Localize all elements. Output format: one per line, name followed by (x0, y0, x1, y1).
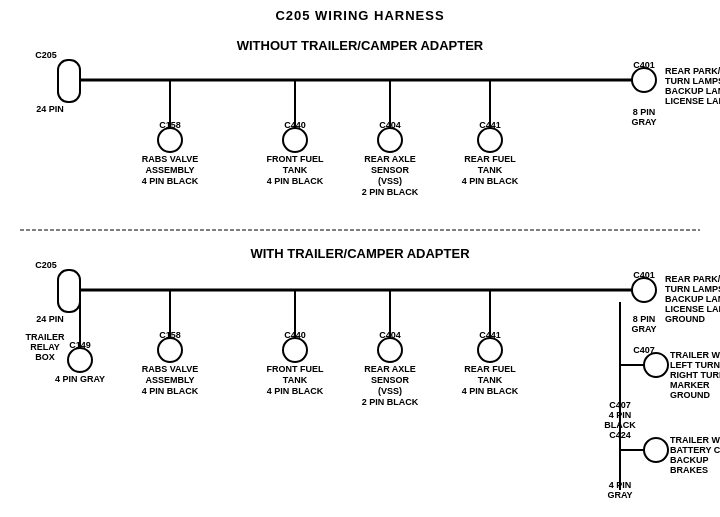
svg-point-5 (632, 68, 656, 92)
svg-text:TRAILER: TRAILER (26, 332, 65, 342)
svg-text:C158: C158 (159, 120, 181, 130)
svg-text:4 PIN BLACK: 4 PIN BLACK (267, 176, 324, 186)
svg-text:C404: C404 (379, 330, 401, 340)
svg-text:GRAY: GRAY (607, 490, 632, 500)
svg-text:GROUND: GROUND (670, 390, 710, 400)
svg-text:ASSEMBLY: ASSEMBLY (145, 375, 194, 385)
svg-text:BACKUP LAMPS: BACKUP LAMPS (665, 294, 720, 304)
svg-text:FRONT FUEL: FRONT FUEL (267, 154, 324, 164)
svg-text:FRONT FUEL: FRONT FUEL (267, 364, 324, 374)
svg-text:C441: C441 (479, 120, 501, 130)
svg-point-48 (68, 348, 92, 372)
wiring-diagram-page: C205 WIRING HARNESS WITHOUT TRAILER/CAMP… (0, 0, 720, 517)
svg-text:TANK: TANK (283, 165, 308, 175)
svg-rect-41 (58, 270, 80, 312)
svg-text:(VSS): (VSS) (378, 176, 402, 186)
svg-text:4 PIN BLACK: 4 PIN BLACK (142, 176, 199, 186)
svg-text:TANK: TANK (478, 375, 503, 385)
svg-text:GRAY: GRAY (631, 324, 656, 334)
svg-text:C205: C205 (35, 260, 57, 270)
svg-text:REAR FUEL: REAR FUEL (464, 364, 516, 374)
svg-text:4 PIN: 4 PIN (609, 480, 632, 490)
svg-point-51 (632, 278, 656, 302)
svg-text:TURN LAMPS: TURN LAMPS (665, 76, 720, 86)
svg-point-88 (283, 338, 307, 362)
svg-text:C401: C401 (633, 60, 655, 70)
svg-text:4 PIN GRAY: 4 PIN GRAY (55, 374, 105, 384)
svg-text:BACKUP: BACKUP (670, 455, 709, 465)
svg-text:RABS VALVE: RABS VALVE (142, 364, 199, 374)
svg-text:REAR PARK/STOP: REAR PARK/STOP (665, 274, 720, 284)
svg-text:TRAILER WIRES: TRAILER WIRES (670, 435, 720, 445)
svg-text:LEFT TURN: LEFT TURN (670, 360, 720, 370)
svg-text:2 PIN BLACK: 2 PIN BLACK (362, 397, 419, 407)
svg-text:C424: C424 (609, 430, 631, 440)
svg-text:C440: C440 (284, 120, 306, 130)
svg-text:SENSOR: SENSOR (371, 165, 410, 175)
svg-text:C158: C158 (159, 330, 181, 340)
svg-text:C404: C404 (379, 120, 401, 130)
svg-text:LICENSE LAMPS: LICENSE LAMPS (665, 96, 720, 106)
svg-text:RELAY: RELAY (30, 342, 60, 352)
svg-point-20 (283, 128, 307, 152)
svg-text:GROUND: GROUND (665, 314, 705, 324)
svg-text:C149: C149 (69, 340, 91, 350)
svg-text:4 PIN BLACK: 4 PIN BLACK (267, 386, 324, 396)
svg-text:24 PIN: 24 PIN (36, 104, 64, 114)
svg-text:C407: C407 (609, 400, 631, 410)
svg-text:REAR AXLE: REAR AXLE (364, 364, 416, 374)
svg-text:GRAY: GRAY (631, 117, 656, 127)
svg-text:TURN LAMPS: TURN LAMPS (665, 284, 720, 294)
svg-text:4 PIN: 4 PIN (609, 410, 632, 420)
svg-text:C441: C441 (479, 330, 501, 340)
svg-text:C205: C205 (35, 50, 57, 60)
svg-text:C440: C440 (284, 330, 306, 340)
svg-text:24 PIN: 24 PIN (36, 314, 64, 324)
svg-rect-2 (58, 60, 80, 102)
svg-text:RABS VALVE: RABS VALVE (142, 154, 199, 164)
svg-point-82 (158, 338, 182, 362)
svg-point-94 (378, 338, 402, 362)
svg-text:REAR FUEL: REAR FUEL (464, 154, 516, 164)
svg-text:BATTERY CHARGE: BATTERY CHARGE (670, 445, 720, 455)
svg-text:C401: C401 (633, 270, 655, 280)
svg-text:REAR PARK/STOP: REAR PARK/STOP (665, 66, 720, 76)
svg-point-62 (644, 353, 668, 377)
svg-point-73 (644, 438, 668, 462)
svg-text:BACKUP LAMPS: BACKUP LAMPS (665, 86, 720, 96)
svg-text:8 PIN: 8 PIN (633, 314, 656, 324)
svg-point-33 (478, 128, 502, 152)
svg-text:TANK: TANK (478, 165, 503, 175)
svg-text:BRAKES: BRAKES (670, 465, 708, 475)
svg-text:WITHOUT  TRAILER/CAMPER  ADAPT: WITHOUT TRAILER/CAMPER ADAPTER (237, 38, 484, 53)
svg-text:LICENSE LAMPS: LICENSE LAMPS (665, 304, 720, 314)
svg-point-101 (478, 338, 502, 362)
svg-text:8 PIN: 8 PIN (633, 107, 656, 117)
svg-point-14 (158, 128, 182, 152)
svg-text:BLACK: BLACK (604, 420, 636, 430)
svg-text:(VSS): (VSS) (378, 386, 402, 396)
svg-text:RIGHT TURN: RIGHT TURN (670, 370, 720, 380)
svg-text:4 PIN BLACK: 4 PIN BLACK (462, 386, 519, 396)
svg-text:MARKER: MARKER (670, 380, 710, 390)
svg-text:WITH  TRAILER/CAMPER  ADAPTER: WITH TRAILER/CAMPER ADAPTER (250, 246, 470, 261)
svg-text:BOX: BOX (35, 352, 55, 362)
svg-text:4 PIN BLACK: 4 PIN BLACK (142, 386, 199, 396)
svg-text:C407: C407 (633, 345, 655, 355)
svg-text:TANK: TANK (283, 375, 308, 385)
svg-text:TRAILER WIRES: TRAILER WIRES (670, 350, 720, 360)
svg-text:2 PIN BLACK: 2 PIN BLACK (362, 187, 419, 197)
svg-text:ASSEMBLY: ASSEMBLY (145, 165, 194, 175)
svg-point-26 (378, 128, 402, 152)
svg-text:SENSOR: SENSOR (371, 375, 410, 385)
svg-text:4 PIN BLACK: 4 PIN BLACK (462, 176, 519, 186)
svg-text:REAR AXLE: REAR AXLE (364, 154, 416, 164)
